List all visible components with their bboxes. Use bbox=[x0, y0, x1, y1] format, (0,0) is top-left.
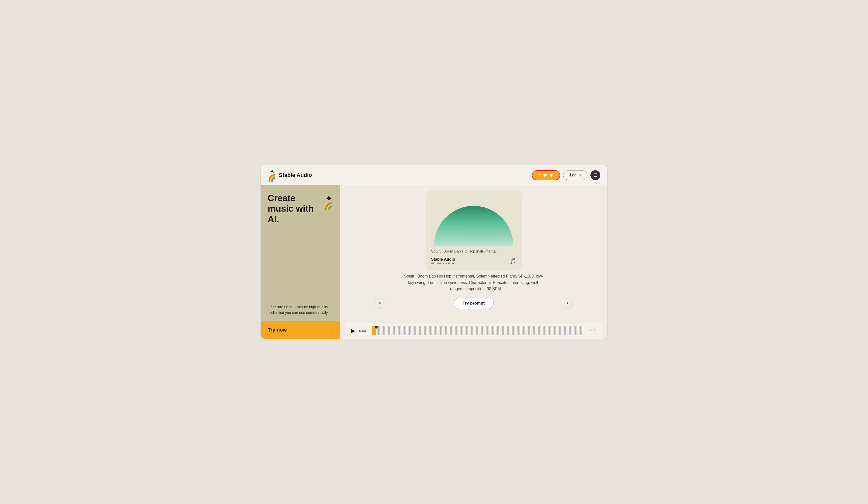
left-bottom: Generate up to 3-minute high-quality aud… bbox=[268, 304, 333, 339]
logo-text: Stable Audio bbox=[279, 172, 312, 178]
app-container: ☀ 🌈 Stable Audio Sign up Log in ☰ Create… bbox=[260, 165, 608, 339]
try-prompt-button[interactable]: Try prompt bbox=[454, 297, 494, 309]
next-button[interactable]: > bbox=[562, 298, 573, 309]
header-logo: ☀ 🌈 Stable Audio bbox=[268, 169, 312, 181]
try-now-button[interactable]: Try now → bbox=[261, 321, 340, 339]
chevron-right-icon: > bbox=[566, 301, 569, 306]
try-now-arrow: → bbox=[327, 326, 333, 333]
time-end: 3:00 bbox=[587, 329, 596, 333]
music-card: Soulful Boom Bap Hip Hop instrumental,..… bbox=[426, 191, 521, 269]
try-now-label: Try now bbox=[268, 327, 287, 333]
menu-button[interactable]: ☰ bbox=[590, 170, 600, 180]
card-artwork bbox=[426, 191, 521, 245]
prev-button[interactable]: < bbox=[374, 298, 385, 309]
headline: Create music with AI. bbox=[268, 193, 317, 224]
card-logo-icon: 🎵 bbox=[509, 258, 516, 264]
nav-row: < Try prompt > bbox=[372, 295, 575, 312]
menu-icon: ☰ bbox=[593, 172, 597, 178]
rainbow-large-icon: 🌈 bbox=[324, 203, 333, 210]
time-start: 0:00 bbox=[359, 329, 368, 333]
logo-icon: ☀ 🌈 bbox=[268, 169, 276, 181]
waveform-cursor bbox=[375, 326, 378, 328]
chevron-left-icon: < bbox=[379, 301, 381, 306]
signup-button[interactable]: Sign up bbox=[532, 170, 560, 180]
artwork-semicircle bbox=[434, 206, 513, 245]
main-content: Create music with AI. ✦ 🌈 Generate up to… bbox=[261, 185, 607, 339]
prompt-text: Soulful Boom Bap Hip Hop instrumental, S… bbox=[402, 273, 546, 292]
play-button[interactable]: ▶ bbox=[351, 328, 355, 334]
login-button[interactable]: Log in bbox=[563, 170, 587, 180]
card-brand-name: Stable Audio bbox=[431, 257, 455, 262]
card-footer: Stable Audio AI music creation 🎵 bbox=[426, 255, 521, 269]
logo-large: ✦ 🌈 bbox=[324, 194, 333, 210]
header: ☀ 🌈 Stable Audio Sign up Log in ☰ bbox=[261, 165, 607, 185]
right-panel: Soulful Boom Bap Hip Hop instrumental,..… bbox=[340, 185, 607, 339]
left-panel: Create music with AI. ✦ 🌈 Generate up to… bbox=[261, 185, 340, 339]
sun-icon-large: ✦ bbox=[325, 194, 333, 203]
card-brand-sub: AI music creation bbox=[431, 262, 455, 265]
play-icon: ▶ bbox=[351, 328, 355, 334]
left-top: Create music with AI. ✦ 🌈 bbox=[268, 193, 333, 224]
generate-text: Generate up to 3-minute high-quality aud… bbox=[268, 304, 333, 316]
waveform[interactable] bbox=[372, 326, 583, 335]
card-brand-info: Stable Audio AI music creation bbox=[431, 257, 455, 265]
header-actions: Sign up Log in ☰ bbox=[532, 170, 600, 180]
card-subtitle: Soulful Boom Bap Hip Hop instrumental,..… bbox=[426, 245, 521, 255]
sun-rays-icon: ☀ bbox=[270, 169, 275, 174]
waveform-bg bbox=[372, 326, 583, 335]
audio-player: ▶ 0:00 3:00 bbox=[345, 323, 602, 339]
rainbow-icon: 🌈 bbox=[268, 175, 276, 181]
